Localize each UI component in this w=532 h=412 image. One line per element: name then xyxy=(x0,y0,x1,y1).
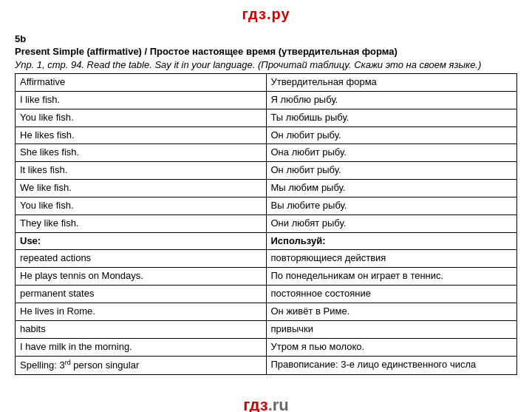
table-cell-right: Он любит рыбу. xyxy=(266,126,517,144)
table-cell-right: Я люблю рыбу. xyxy=(266,91,517,109)
table-cell-left: I like fish. xyxy=(16,91,267,109)
table-row: repeated actionsповторяющиеся действия xyxy=(16,250,517,268)
table-cell-left: repeated actions xyxy=(16,250,267,268)
table-row: He likes fish.Он любит рыбу. xyxy=(16,126,517,144)
table-row: habitsпривычки xyxy=(16,320,517,338)
table-cell-left: Affirmative xyxy=(16,74,267,92)
table-cell-right: Утром я пью молоко. xyxy=(266,338,517,356)
table-row: You like fish.Вы любите рыбу. xyxy=(16,197,517,215)
table-row: permanent statesпостоянное состояние xyxy=(16,286,517,303)
table-cell-right: Правописание: 3-е лицо единственного чис… xyxy=(266,356,517,374)
table-cell-right: Она любит рыбу. xyxy=(266,144,517,162)
table-row: We like fish.Мы любим рыбу. xyxy=(16,180,517,197)
table-cell-right: Он живёт в Риме. xyxy=(266,303,517,320)
table-row: Spelling: 3rd person singularПравописани… xyxy=(16,356,517,374)
table-row: I like fish.Я люблю рыбу. xyxy=(16,91,517,109)
instruction: Упр. 1, стр. 94. Read the table. Say it … xyxy=(15,59,517,70)
table-cell-right: Он любит рыбу. xyxy=(266,162,517,180)
table-cell-right: Утвердительная форма xyxy=(266,74,517,92)
table-row: AffirmativeУтвердительная форма xyxy=(16,74,517,92)
section-title: Present Simple (affirmative) / Простое н… xyxy=(15,46,517,57)
table-cell-left: He plays tennis on Mondays. xyxy=(16,268,267,286)
site-header: гдз.ру xyxy=(0,0,532,26)
table-cell-left: They like fish. xyxy=(16,215,267,232)
content-area: 5b Present Simple (affirmative) / Просто… xyxy=(15,26,517,382)
table-cell-left: She likes fish. xyxy=(16,144,267,162)
table-cell-right: Они любят рыбу. xyxy=(266,215,517,232)
table-row: You like fish.Ты любишь рыбу. xyxy=(16,109,517,126)
bottom-watermark: гдз.ru xyxy=(0,382,532,412)
table-cell-left: I have milk in the morning. xyxy=(16,338,267,356)
table-row: I have milk in the morning.Утром я пью м… xyxy=(16,338,517,356)
table-row: Use:Используй: xyxy=(16,232,517,250)
table-cell-left: Use: xyxy=(16,232,267,250)
table-cell-left: He lives in Rome. xyxy=(16,303,267,320)
table-cell-left: He likes fish. xyxy=(16,126,267,144)
table-cell-right: повторяющиеся действия xyxy=(266,250,517,268)
table-row: He lives in Rome.Он живёт в Риме. xyxy=(16,303,517,320)
table-cell-right: Ты любишь рыбу. xyxy=(266,109,517,126)
table-row: He plays tennis on Mondays.По понедельни… xyxy=(16,268,517,286)
table-cell-left: You like fish. xyxy=(16,197,267,215)
table-row: She likes fish.Она любит рыбу. xyxy=(16,144,517,162)
table-cell-right: По понедельникам он играет в теннис. xyxy=(266,268,517,286)
table-row: It likes fish.Он любит рыбу. xyxy=(16,162,517,180)
grammar-table: AffirmativeУтвердительная формаI like fi… xyxy=(15,73,517,375)
table-cell-left: Spelling: 3rd person singular xyxy=(16,356,267,374)
table-cell-left: habits xyxy=(16,320,267,338)
table-cell-left: You like fish. xyxy=(16,109,267,126)
table-cell-left: We like fish. xyxy=(16,180,267,197)
table-cell-right: постоянное состояние xyxy=(266,286,517,303)
section-label: 5b xyxy=(15,33,517,44)
table-cell-right: привычки xyxy=(266,320,517,338)
table-cell-right: Используй: xyxy=(266,232,517,250)
table-cell-left: It likes fish. xyxy=(16,162,267,180)
header-title: гдз.ру xyxy=(242,6,290,22)
table-cell-right: Мы любим рыбу. xyxy=(266,180,517,197)
table-cell-left: permanent states xyxy=(16,286,267,303)
table-row: They like fish.Они любят рыбу. xyxy=(16,215,517,232)
table-cell-right: Вы любите рыбу. xyxy=(266,197,517,215)
